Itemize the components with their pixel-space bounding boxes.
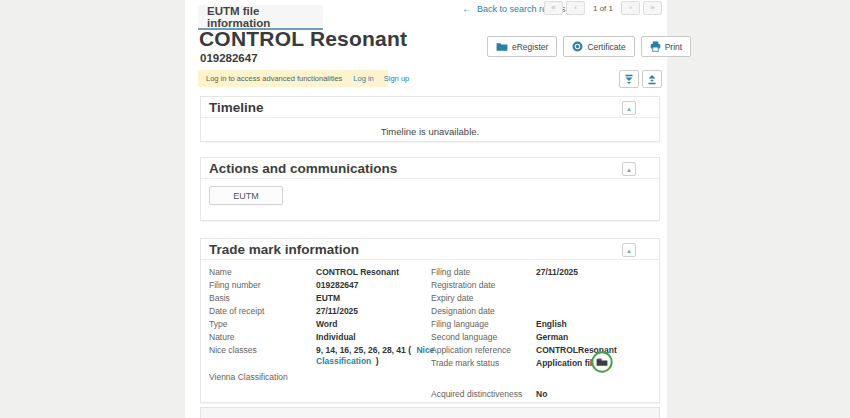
trademark-section-header: Trade mark information ▴ [201, 239, 659, 260]
timeline-section: Timeline ▴ Timeline is unavailable. [200, 96, 660, 142]
timeline-empty-message: Timeline is unavailable. [201, 118, 659, 137]
field-label: Nature [209, 332, 316, 343]
field-value: CONTROL Resonant [316, 267, 438, 278]
field-label: Type [209, 319, 316, 330]
field-value [316, 372, 438, 383]
pagination-page-label: 1 of 1 [593, 4, 613, 13]
pagination-prev-button[interactable]: ‹ [566, 1, 585, 15]
field-label: Filing date [431, 267, 536, 278]
actions-section-title: Actions and communications [209, 161, 397, 176]
field-value: No [536, 389, 661, 400]
field-label: Nice classes [209, 345, 316, 367]
table-row: Filing number 019282647 [209, 280, 438, 291]
login-banner-message: Log in to access advanced functionalitie… [206, 74, 342, 83]
table-row: Type Word [209, 319, 438, 330]
table-row: Basis EUTM [209, 293, 438, 304]
folder-icon [496, 42, 508, 52]
pagination-last-button[interactable]: » [643, 1, 662, 15]
table-row: Nature Individual [209, 332, 438, 343]
eutm-file-information-page: EUTM file information ← Back to search r… [0, 0, 850, 418]
table-row: Filing date 27/11/2025 [431, 267, 661, 278]
actions-tab-eutm[interactable]: EUTM [209, 186, 283, 205]
field-label: Application reference [431, 345, 536, 356]
field-label: Name [209, 267, 316, 278]
nice-classes-values: 9, 14, 16, 25, 26, 28, 41 ( [316, 345, 411, 355]
table-row: Vienna Classification [209, 372, 438, 383]
field-value [536, 306, 661, 317]
trade-mark-information-section: Trade mark information ▴ Name CONTROL Re… [200, 238, 660, 403]
table-row: Acquired distinctiveness No [431, 389, 661, 400]
tab-label: EUTM file information [207, 5, 323, 29]
field-value [536, 280, 661, 291]
field-label: Designation date [431, 306, 536, 317]
expand-all-icon [647, 74, 657, 85]
printer-icon [650, 41, 661, 52]
print-button[interactable]: Print [641, 36, 691, 57]
timeline-section-header: Timeline ▴ [201, 97, 659, 118]
log-in-link[interactable]: Log in [353, 74, 373, 83]
table-row: Application reference CONTROLResonant [431, 345, 661, 356]
field-label: Filing language [431, 319, 536, 330]
field-value: EUTM [316, 293, 438, 304]
field-value: 019282647 [316, 280, 438, 291]
field-value: Individual [316, 332, 438, 343]
back-arrow-icon: ← [462, 3, 472, 14]
certificate-seal-icon [572, 41, 583, 52]
eregister-button[interactable]: eRegister [487, 36, 557, 57]
table-row-nice-classes: Nice classes 9, 14, 16, 25, 26, 28, 41 (… [209, 345, 438, 367]
table-row: Name CONTROL Resonant [209, 267, 438, 278]
field-value: English [536, 319, 661, 330]
application-number: 019282647 [200, 52, 258, 64]
field-value [536, 293, 661, 304]
table-row: Designation date [431, 306, 661, 317]
certificate-button[interactable]: Certificate [563, 36, 634, 57]
certificate-label: Certificate [587, 42, 625, 52]
nice-classes-suffix: ) [376, 356, 379, 366]
field-label: Vienna Classification [209, 372, 316, 383]
table-row: Second language German [431, 332, 661, 343]
trademark-section-title: Trade mark information [209, 242, 359, 257]
field-label: Filing number [209, 280, 316, 291]
eregister-label: eRegister [512, 42, 548, 52]
timeline-collapse-button[interactable]: ▴ [622, 101, 636, 115]
actions-communications-section: Actions and communications ▴ EUTM [200, 157, 660, 221]
field-label: Acquired distinctiveness [431, 389, 536, 400]
field-label: Registration date [431, 280, 536, 291]
timeline-section-title: Timeline [209, 100, 264, 115]
collapse-all-button[interactable] [619, 70, 639, 88]
table-row: Filing language English [431, 319, 661, 330]
field-label: Second language [431, 332, 536, 343]
table-row: Date of receipt 27/11/2025 [209, 306, 438, 317]
table-row: Registration date [431, 280, 661, 291]
table-row: Expiry date [431, 293, 661, 304]
field-label: Basis [209, 293, 316, 304]
trademark-collapse-button[interactable]: ▴ [622, 243, 636, 257]
pagination-first-button[interactable]: « [544, 1, 563, 15]
pagination-next-button[interactable]: › [621, 1, 640, 15]
sign-up-link[interactable]: Sign up [384, 74, 409, 83]
table-row-trademark-status: Trade mark status Application filed [431, 358, 661, 369]
login-banner: Log in to access advanced functionalitie… [198, 70, 388, 87]
field-label: Expiry date [431, 293, 536, 304]
next-section-stub [200, 407, 660, 418]
document-actions: eRegister Certificate Print [487, 36, 691, 57]
field-label: Date of receipt [209, 306, 316, 317]
field-value: Word [316, 319, 438, 330]
field-value: 27/11/2025 [316, 306, 438, 317]
page-title: CONTROL Resonant [199, 27, 407, 51]
actions-collapse-button[interactable]: ▴ [622, 162, 636, 176]
field-value: 9, 14, 16, 25, 26, 28, 41 ( Nice Classif… [316, 345, 438, 367]
fold-controls [619, 70, 662, 88]
application-filed-status-icon [591, 351, 613, 373]
collapse-all-icon [624, 74, 634, 85]
field-value: 27/11/2025 [536, 267, 661, 278]
expand-all-button[interactable] [642, 70, 662, 88]
print-label: Print [665, 42, 682, 52]
results-pagination: « ‹ 1 of 1 › » [544, 1, 662, 15]
actions-section-header: Actions and communications ▴ [201, 158, 659, 179]
field-label: Trade mark status [431, 358, 536, 369]
actions-tab-label: EUTM [233, 191, 259, 201]
field-value: German [536, 332, 661, 343]
